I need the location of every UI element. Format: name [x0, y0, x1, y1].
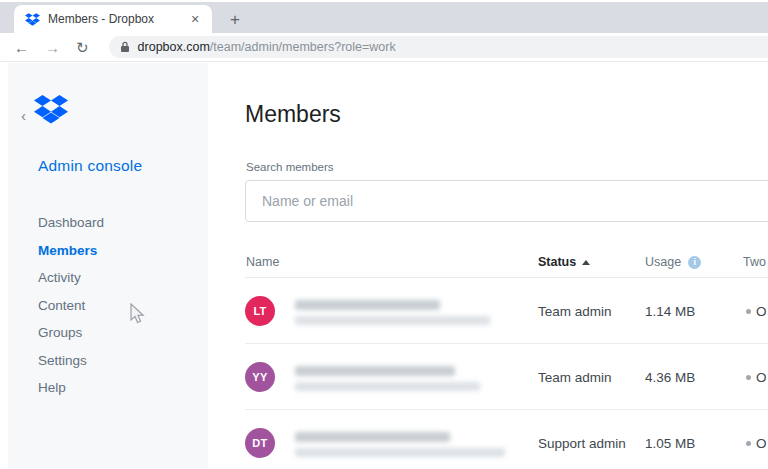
member-two-step: O [746, 436, 767, 451]
browser-tab[interactable]: Members - Dropbox × [14, 5, 212, 33]
member-usage: 1.05 MB [645, 436, 695, 451]
new-tab-button[interactable]: + [222, 7, 248, 33]
url-text: dropbox.com/team/admin/members?role=work [138, 40, 396, 54]
forward-icon[interactable]: → [45, 40, 60, 55]
sidebar-item-activity[interactable]: Activity [38, 264, 104, 292]
member-status: Support admin [538, 436, 626, 451]
member-status: Team admin [538, 304, 612, 319]
reload-icon[interactable]: ↻ [76, 40, 89, 55]
sort-ascending-icon [582, 260, 590, 265]
column-header-usage[interactable]: Usage [645, 255, 701, 269]
avatar: YY [245, 362, 275, 392]
members-main-panel: Members Search members Name Status Usage… [245, 63, 768, 469]
member-two-step: O [746, 370, 767, 385]
avatar: DT [245, 428, 275, 458]
sidebar-item-dashboard[interactable]: Dashboard [38, 209, 104, 237]
two-step-value: O [756, 436, 767, 451]
member-usage: 1.14 MB [645, 304, 695, 319]
member-status: Team admin [538, 370, 612, 385]
table-header-row: Name Status Usage Two [245, 249, 768, 278]
status-dot-icon [746, 309, 751, 314]
status-header-label: Status [538, 255, 576, 269]
tab-title: Members - Dropbox [48, 12, 186, 26]
status-dot-icon [746, 375, 751, 380]
redacted-member-name [295, 432, 450, 442]
usage-header-label: Usage [645, 255, 681, 269]
mouse-cursor [129, 303, 145, 325]
collapse-sidebar-icon[interactable]: ‹ [21, 107, 26, 124]
status-dot-icon [746, 441, 751, 446]
lock-icon [120, 41, 130, 53]
redacted-member-email [295, 382, 480, 391]
url-domain: dropbox.com [138, 40, 210, 54]
search-members-label: Search members [246, 161, 334, 173]
url-path: /team/admin/members?role=work [210, 40, 396, 54]
column-header-status[interactable]: Status [538, 255, 590, 269]
dropbox-favicon-icon [25, 13, 40, 26]
dropbox-logo-icon[interactable] [34, 95, 68, 124]
member-usage: 4.36 MB [645, 370, 695, 385]
sidebar-item-help[interactable]: Help [38, 374, 104, 402]
back-icon[interactable]: ← [14, 40, 29, 55]
sidebar-nav: Dashboard Members Activity Content Group… [38, 209, 104, 402]
member-row[interactable]: LT Team admin 1.14 MB O [245, 278, 768, 344]
redacted-member-name [295, 300, 440, 310]
member-two-step: O [746, 304, 767, 319]
admin-sidebar: ‹ Admin console Dashboard Members Activi… [8, 63, 208, 469]
avatar: LT [245, 296, 275, 326]
column-header-two-step[interactable]: Two [743, 255, 766, 269]
page-viewport: ‹ Admin console Dashboard Members Activi… [0, 63, 768, 469]
sidebar-item-settings[interactable]: Settings [38, 347, 104, 375]
redacted-member-email [295, 316, 490, 325]
column-header-name[interactable]: Name [246, 255, 279, 269]
member-row[interactable]: DT Support admin 1.05 MB O [245, 410, 768, 469]
two-step-value: O [756, 304, 767, 319]
redacted-member-email [295, 448, 505, 457]
close-tab-icon[interactable]: × [186, 10, 204, 28]
two-step-value: O [756, 370, 767, 385]
sidebar-item-content[interactable]: Content [38, 292, 104, 320]
browser-tab-strip: Members - Dropbox × + [0, 0, 768, 33]
member-row[interactable]: YY Team admin 4.36 MB O [245, 344, 768, 410]
info-icon[interactable] [688, 256, 701, 269]
redacted-member-name [295, 366, 455, 376]
url-bar[interactable]: dropbox.com/team/admin/members?role=work [109, 36, 768, 58]
sidebar-item-groups[interactable]: Groups [38, 319, 104, 347]
admin-console-title[interactable]: Admin console [38, 157, 142, 175]
page-title: Members [245, 101, 341, 128]
search-input[interactable] [245, 180, 768, 222]
browser-toolbar: ← → ↻ dropbox.com/team/admin/members?rol… [0, 33, 768, 62]
sidebar-item-members[interactable]: Members [38, 237, 104, 265]
